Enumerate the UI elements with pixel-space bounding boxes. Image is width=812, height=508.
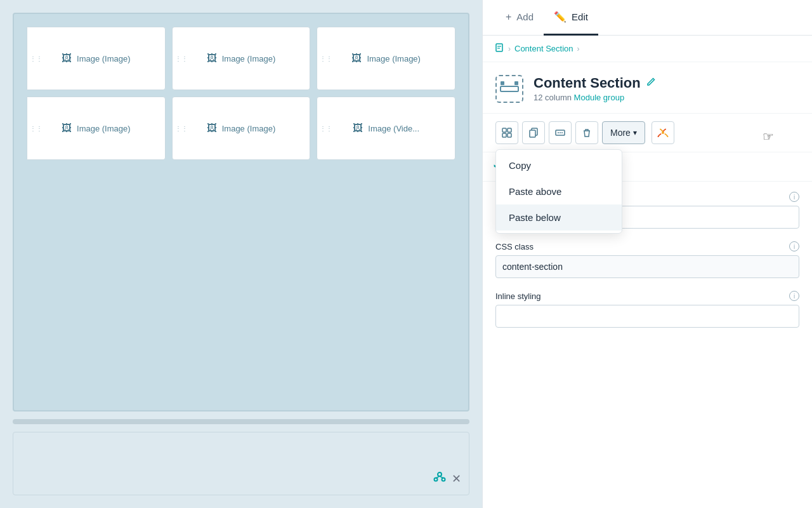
module-group-link[interactable]: Module group — [574, 93, 625, 102]
tab-edit[interactable]: ✏️ Edit — [544, 0, 598, 36]
image-icon: 🖼 — [62, 123, 72, 134]
cursor-hand: ☞ — [763, 129, 774, 144]
section-subtitle: 12 column Module group — [534, 93, 799, 102]
section-title-group: Content Section 12 column Module group — [534, 75, 799, 102]
css-class-input[interactable] — [495, 255, 799, 278]
svg-rect-5 — [496, 44, 502, 51]
dropdown-paste-above[interactable]: Paste above — [496, 178, 622, 204]
more-label: More — [610, 128, 631, 138]
file-icon — [495, 43, 504, 54]
tab-edit-label: Edit — [572, 11, 588, 22]
svg-point-1 — [435, 478, 438, 481]
inline-styling-label: Inline styling — [495, 291, 541, 301]
css-class-info-icon[interactable]: i — [789, 241, 799, 251]
close-icon-bottom[interactable]: ✕ — [452, 472, 461, 486]
svg-point-0 — [438, 472, 442, 476]
image-label: Image (Image) — [367, 54, 421, 64]
dropdown-paste-below[interactable]: Paste below — [496, 204, 622, 231]
image-item[interactable]: ⋮⋮ 🖼 Image (Image) — [172, 27, 311, 90]
inline-styling-field: Inline styling i — [495, 291, 799, 328]
delete-button[interactable] — [575, 121, 598, 144]
svg-rect-11 — [502, 128, 506, 132]
image-item[interactable]: ⋮⋮ 🖼 Image (Image) — [172, 97, 311, 160]
svg-point-21 — [662, 131, 664, 134]
image-icon: 🖼 — [351, 53, 362, 64]
image-label: Image (Vide... — [368, 124, 419, 133]
svg-rect-14 — [508, 133, 511, 137]
breadcrumb-sep-1: › — [508, 44, 511, 53]
svg-line-4 — [440, 476, 443, 478]
tab-add-label: Add — [516, 11, 534, 22]
css-class-label: CSS class — [495, 242, 534, 251]
bottom-bar — [13, 419, 469, 424]
resize-button[interactable] — [549, 121, 572, 144]
drag-handle: ⋮⋮ — [320, 55, 332, 62]
image-label: Image (Image) — [222, 124, 276, 133]
svg-line-3 — [436, 476, 440, 478]
left-panel: ⋮⋮ 🖼 Image (Image) ⋮⋮ 🖼 Image (Image) ⋮⋮… — [0, 0, 482, 508]
dropdown-menu: Copy Paste above Paste below — [495, 149, 622, 234]
image-label: Image (Image) — [77, 124, 131, 133]
section-title: Content Section — [534, 75, 641, 91]
image-item[interactable]: ⋮⋮ 🖼 Image (Vide... — [317, 97, 455, 160]
css-id-info-icon[interactable]: i — [789, 192, 799, 202]
image-icon: 🖼 — [207, 53, 217, 64]
hubspot-icon — [433, 470, 447, 487]
image-item[interactable]: ⋮⋮ 🖼 Image (Image) — [317, 27, 455, 90]
more-button[interactable]: More ▾ — [602, 121, 645, 144]
drag-handle: ⋮⋮ — [320, 125, 332, 132]
bottom-icons: ✕ — [433, 470, 461, 487]
drag-handle: ⋮⋮ — [175, 55, 188, 62]
breadcrumb-sep-2: › — [577, 44, 580, 53]
chevron-down-icon: ▾ — [633, 128, 637, 137]
svg-point-2 — [442, 478, 445, 481]
dropdown-copy[interactable]: Copy — [496, 152, 622, 178]
svg-rect-8 — [501, 86, 518, 91]
image-icon: 🖼 — [207, 123, 217, 134]
drag-handle: ⋮⋮ — [30, 55, 43, 62]
image-item[interactable]: ⋮⋮ 🖼 Image (Image) — [27, 27, 166, 90]
svg-rect-12 — [508, 128, 511, 132]
image-item[interactable]: ⋮⋮ 🖼 Image (Image) — [27, 97, 166, 160]
section-header: Content Section 12 column Module group — [483, 62, 812, 114]
layout-button[interactable] — [495, 121, 518, 144]
breadcrumb: › Content Section › — [483, 36, 812, 62]
edit-pencil-icon[interactable] — [646, 77, 656, 90]
svg-rect-9 — [501, 81, 504, 85]
copy-button[interactable] — [522, 121, 545, 144]
image-icon: 🖼 — [62, 53, 72, 64]
tabs-bar: + Add ✏️ Edit — [483, 0, 812, 36]
image-icon: 🖼 — [353, 123, 363, 134]
breadcrumb-item-1[interactable]: Content Section — [514, 44, 573, 53]
section-title-row: Content Section — [534, 75, 799, 91]
bottom-section: ✕ — [13, 432, 469, 495]
pencil-icon: ✏️ — [554, 11, 566, 23]
css-class-label-row: CSS class i — [495, 241, 799, 251]
svg-rect-13 — [502, 133, 506, 137]
drag-handle: ⋮⋮ — [30, 125, 43, 132]
inline-styling-label-row: Inline styling i — [495, 291, 799, 301]
tab-add[interactable]: + Add — [495, 0, 544, 36]
toolbar: More ▾ Copy Paste above Paste below ☞ — [483, 114, 812, 152]
section-icon-box — [495, 75, 523, 103]
hubspot-x-button[interactable] — [652, 121, 674, 144]
svg-rect-16 — [530, 130, 535, 137]
canvas-area: ⋮⋮ 🖼 Image (Image) ⋮⋮ 🖼 Image (Image) ⋮⋮… — [13, 13, 469, 411]
inline-styling-info-icon[interactable]: i — [789, 291, 799, 301]
inline-styling-input[interactable] — [495, 305, 799, 328]
plus-icon: + — [506, 11, 511, 23]
image-label: Image (Image) — [222, 54, 276, 64]
svg-rect-10 — [514, 81, 518, 85]
drag-handle: ⋮⋮ — [175, 125, 188, 132]
image-grid: ⋮⋮ 🖼 Image (Image) ⋮⋮ 🖼 Image (Image) ⋮⋮… — [27, 27, 455, 160]
css-class-field: CSS class i — [495, 241, 799, 278]
image-label: Image (Image) — [77, 54, 131, 64]
right-panel: + Add ✏️ Edit › Content Section › — [482, 0, 812, 508]
